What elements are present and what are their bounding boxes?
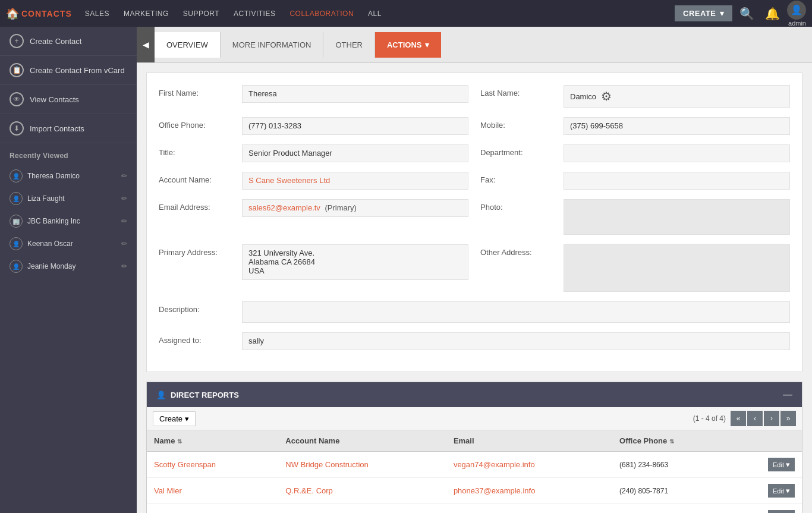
- other-address-label: Other Address:: [480, 244, 558, 257]
- tab-overview[interactable]: OVERVIEW: [155, 32, 221, 58]
- field-mobile: Mobile: (375) 699-5658: [480, 117, 790, 135]
- col-header-phone[interactable]: Office Phone ⇅: [612, 430, 731, 452]
- field-photo: Photo:: [480, 199, 790, 235]
- email-link-1[interactable]: phone37@example.info: [454, 486, 536, 495]
- email-value[interactable]: sales62@example.tv (Primary): [242, 199, 468, 217]
- recent-name-theresa: Theresa Damico: [27, 172, 117, 180]
- edit-button-2[interactable]: Edit ▾: [768, 510, 795, 513]
- nav-collaboration[interactable]: COLLABORATION: [282, 0, 361, 27]
- back-button[interactable]: ◀: [137, 27, 155, 62]
- field-first-name: First Name: Theresa: [159, 85, 468, 108]
- edit-button-1[interactable]: Edit ▾: [768, 484, 795, 498]
- col-header-account[interactable]: Account Name: [278, 430, 446, 452]
- cell-phone-2: (992) 405-9685: [612, 504, 731, 514]
- pagination-buttons: « ‹ › »: [731, 411, 796, 426]
- field-title: Title: Senior Product Manager: [159, 144, 468, 162]
- recent-jbc-banking[interactable]: 🏢 JBC Banking Inc ✏: [0, 210, 137, 232]
- nav-marketing[interactable]: MARKETING: [117, 0, 176, 27]
- recent-theresa-damico[interactable]: 👤 Theresa Damico ✏: [0, 165, 137, 187]
- primary-address-value[interactable]: 321 University Ave. Alabama CA 26684 USA: [242, 244, 468, 280]
- admin-profile[interactable]: 👤 admin: [787, 1, 806, 27]
- email-link[interactable]: sales62@example.tv: [248, 203, 320, 212]
- direct-reports-title: DIRECT REPORTS: [171, 391, 239, 399]
- company-icon: 🏢: [10, 215, 23, 228]
- other-address-value[interactable]: [564, 244, 790, 292]
- edit-button-0[interactable]: Edit ▾: [768, 458, 795, 471]
- sidebar-item-view-contacts[interactable]: 👁 View Contacts: [0, 85, 137, 114]
- title-label: Title:: [159, 144, 236, 157]
- mobile-value[interactable]: (375) 699-5658: [564, 117, 790, 135]
- nav-activities[interactable]: ACTIVITIES: [226, 0, 282, 27]
- sidebar-item-create-vcard[interactable]: 📋 Create Contact From vCard: [0, 56, 137, 85]
- assigned-to-value[interactable]: sally: [242, 332, 790, 350]
- office-phone-value[interactable]: (777) 013-3283: [242, 117, 468, 135]
- name-link-0[interactable]: Scotty Greenspan: [154, 460, 216, 469]
- nav-items: SALES MARKETING SUPPORT ACTIVITIES COLLA…: [78, 0, 675, 27]
- nav-all[interactable]: ALL: [361, 0, 389, 27]
- fax-label: Fax:: [480, 172, 558, 184]
- first-name-value[interactable]: Theresa: [242, 85, 468, 103]
- next-page-button[interactable]: ›: [764, 411, 779, 426]
- cell-phone-1: (240) 805-7871: [612, 478, 731, 504]
- assigned-to-label: Assigned to:: [159, 332, 236, 345]
- minimize-button[interactable]: —: [783, 389, 792, 400]
- edit-icon-theresa[interactable]: ✏: [121, 172, 127, 180]
- last-page-button[interactable]: »: [780, 411, 796, 426]
- cell-email-1: phone37@example.info: [446, 478, 612, 504]
- nav-sales[interactable]: SALES: [78, 0, 117, 27]
- last-name-value[interactable]: Damico ⚙: [564, 85, 790, 108]
- person-icon-2: 👤: [10, 192, 23, 205]
- first-page-button[interactable]: «: [731, 411, 746, 426]
- notifications-button[interactable]: 🔔: [761, 7, 783, 21]
- mobile-label: Mobile:: [480, 117, 558, 130]
- sidebar-item-import-contacts[interactable]: ⬇ Import Contacts: [0, 114, 137, 143]
- email-link-0[interactable]: vegan74@example.info: [454, 460, 535, 469]
- tabs-bar: ◀ OVERVIEW MORE INFORMATION OTHER ACTION…: [137, 27, 812, 63]
- field-last-name: Last Name: Damico ⚙: [480, 85, 790, 108]
- edit-icon-jbc[interactable]: ✏: [121, 217, 127, 225]
- email-label: Email Address:: [159, 199, 236, 212]
- cell-edit-2: Edit ▾: [731, 504, 802, 514]
- brand-logo[interactable]: 🏠 CONTACTS: [6, 7, 72, 20]
- recent-jeanie-monday[interactable]: 👤 Jeanie Monday ✏: [0, 255, 137, 278]
- actions-chevron-icon: ▾: [425, 40, 429, 49]
- department-value[interactable]: [564, 144, 790, 162]
- edit-icon-keenan[interactable]: ✏: [121, 240, 127, 248]
- edit-icon-jeanie[interactable]: ✏: [121, 262, 127, 270]
- tab-other[interactable]: OTHER: [323, 32, 375, 58]
- form-row-email: Email Address: sales62@example.tv (Prima…: [159, 199, 790, 235]
- form-row-title: Title: Senior Product Manager Department…: [159, 144, 790, 162]
- account-link-0[interactable]: NW Bridge Construction: [285, 460, 368, 469]
- field-other-address: Other Address:: [480, 244, 790, 292]
- prev-page-button[interactable]: ‹: [747, 411, 763, 426]
- nav-support[interactable]: SUPPORT: [176, 0, 226, 27]
- field-email: Email Address: sales62@example.tv (Prima…: [159, 199, 468, 235]
- top-navigation: 🏠 CONTACTS SALES MARKETING SUPPORT ACTIV…: [0, 0, 812, 27]
- description-value[interactable]: [242, 301, 790, 323]
- recent-liza-faught[interactable]: 👤 Liza Faught ✏: [0, 187, 137, 210]
- account-name-value[interactable]: S Cane Sweeteners Ltd: [242, 172, 468, 190]
- sidebar-item-create-contact[interactable]: + Create Contact: [0, 27, 137, 56]
- cell-edit-0: Edit ▾: [731, 452, 802, 478]
- search-button[interactable]: 🔍: [736, 7, 758, 21]
- recent-keenan-oscar[interactable]: 👤 Keenan Oscar ✏: [0, 232, 137, 255]
- dr-create-chevron-icon: ▾: [185, 414, 189, 423]
- recent-name-liza: Liza Faught: [27, 194, 117, 203]
- person-icon-3: 👤: [10, 237, 23, 250]
- email-primary-label: (Primary): [325, 203, 357, 212]
- edit-icon-liza[interactable]: ✏: [121, 194, 127, 203]
- name-link-1[interactable]: Val Mier: [154, 486, 182, 495]
- account-link-1[interactable]: Q.R.&E. Corp: [285, 486, 332, 495]
- dr-create-button[interactable]: Create ▾: [153, 411, 196, 426]
- title-value[interactable]: Senior Product Manager: [242, 144, 468, 162]
- cell-name-2: Keenan Oscar: [147, 504, 278, 514]
- tab-more-information[interactable]: MORE INFORMATION: [221, 32, 324, 58]
- person-icon: 👤: [10, 169, 23, 182]
- col-header-email[interactable]: Email: [446, 430, 612, 452]
- tab-actions[interactable]: ACTIONS ▾: [375, 32, 442, 58]
- table-row: Keenan Oscar Hollywood Diner Ltd hr83@ex…: [147, 504, 802, 514]
- col-header-name[interactable]: Name ⇅: [147, 430, 278, 452]
- create-button[interactable]: CREATE ▾: [675, 5, 732, 21]
- fax-value[interactable]: [564, 172, 790, 190]
- form-row-account: Account Name: S Cane Sweeteners Ltd Fax:: [159, 172, 790, 190]
